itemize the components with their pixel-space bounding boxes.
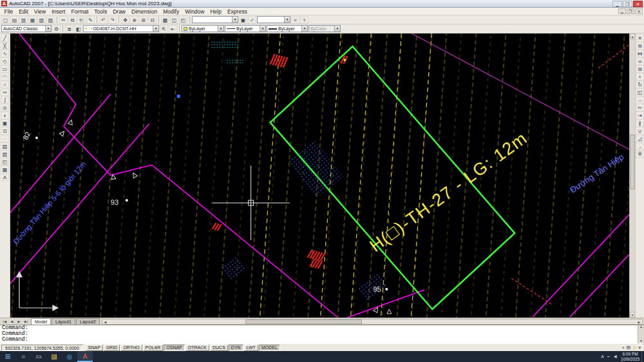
maximize-button[interactable]: ❐: [623, 1, 632, 7]
status-menu-icon[interactable]: ▾: [638, 345, 641, 350]
paste-icon[interactable]: ⎗: [77, 16, 86, 24]
task-view-icon[interactable]: ▭: [31, 351, 46, 362]
command-input[interactable]: Command:: [2, 337, 636, 343]
spline-icon[interactable]: ∫: [1, 96, 9, 104]
menu-dimension[interactable]: Dimension: [129, 8, 160, 15]
dim-style-combo[interactable]: ▼: [257, 16, 290, 23]
markup-icon[interactable]: ✓: [248, 16, 256, 24]
status-osnap-button[interactable]: OSNAP: [164, 345, 185, 351]
title-bar[interactable]: A AutoCAD 2007 - [C:\Users\USER\Desktop\…: [0, 0, 644, 8]
linetype-combo[interactable]: ByLayer ▼: [225, 25, 266, 32]
scroll-down-icon[interactable]: ▼: [630, 312, 635, 318]
minimize-button[interactable]: ‗: [612, 1, 622, 7]
zoom-window-icon[interactable]: ⊞: [139, 16, 147, 24]
stretch-icon[interactable]: ↔: [636, 96, 644, 104]
scroll-left-icon[interactable]: ◀: [102, 319, 108, 324]
doc-restore-button[interactable]: ❐: [627, 8, 634, 14]
color-combo[interactable]: ByLayer ▼: [182, 25, 224, 32]
menu-view[interactable]: View: [31, 8, 48, 15]
menu-edit[interactable]: Edit: [16, 8, 32, 15]
ellipse-arc-icon[interactable]: ◖: [1, 111, 9, 119]
multiline-text-icon[interactable]: A: [1, 173, 9, 181]
array-icon[interactable]: ⊞: [636, 65, 644, 73]
circle-icon[interactable]: ○: [1, 81, 9, 88]
menu-format[interactable]: Format: [68, 8, 91, 15]
tray-expand-icon[interactable]: ∧: [600, 354, 604, 359]
make-block-icon[interactable]: ⊡: [1, 127, 9, 135]
status-otrack-button[interactable]: OTRACK: [185, 345, 209, 351]
plot-preview-icon[interactable]: ▧: [37, 16, 46, 24]
tab-layout1[interactable]: Layout1: [52, 318, 75, 325]
tab-nav-icon[interactable]: ◀: [8, 319, 15, 323]
status-lwt-button[interactable]: LWT: [244, 345, 258, 351]
text-style-combo[interactable]: ▼: [192, 16, 238, 23]
volume-icon[interactable]: ◄: [612, 354, 618, 359]
polygon-icon[interactable]: ◇: [1, 57, 9, 65]
command-scrollbar[interactable]: ▲ ▼: [638, 325, 644, 343]
open-icon[interactable]: ▤: [10, 16, 19, 24]
menu-express[interactable]: Express: [224, 8, 250, 15]
status-dyn-button[interactable]: DYN: [229, 345, 243, 351]
zoom-realtime-icon[interactable]: ⊕: [130, 16, 138, 24]
rotate-icon[interactable]: ↻: [636, 81, 644, 88]
move-icon[interactable]: +: [636, 73, 644, 81]
scroll-up-icon[interactable]: ▲: [630, 33, 635, 39]
tool-palettes-icon[interactable]: ◰: [179, 16, 187, 24]
workspace-settings-icon[interactable]: ⚙: [52, 25, 61, 33]
publish-icon[interactable]: ▨: [46, 16, 55, 24]
file-explorer-icon[interactable]: ▨: [46, 351, 62, 362]
vertical-scrollbar[interactable]: ▲ ▼: [629, 33, 635, 318]
doc-minimize-button[interactable]: ‗: [618, 8, 626, 14]
close-button[interactable]: ✕: [633, 1, 643, 7]
pan-icon[interactable]: ✥: [121, 16, 129, 24]
taskbar-clock[interactable]: 6:09 PM 10/9/2025: [619, 352, 641, 361]
toolbar-lock-icon[interactable]: ▤: [627, 345, 631, 350]
scroll-up-icon[interactable]: ▲: [638, 325, 644, 329]
menu-window[interactable]: Window: [182, 8, 207, 15]
fillet-icon[interactable]: ◞: [636, 142, 644, 150]
save-icon[interactable]: ▥: [19, 16, 28, 24]
menu-tools[interactable]: Tools: [91, 8, 110, 15]
status-model-button[interactable]: MODEL: [259, 345, 280, 351]
status-polar-button[interactable]: POLAR: [143, 345, 164, 351]
drawing-canvas[interactable]: H(□)-TH-27 - LG: 12m Đường Tân Hiệp 5-6 …: [10, 33, 629, 318]
line-icon[interactable]: ╱: [1, 34, 9, 42]
status-grid-button[interactable]: GRID: [104, 345, 120, 351]
tab-nav-icon[interactable]: ▶|: [23, 319, 30, 323]
construction-line-icon[interactable]: ╳: [1, 42, 9, 50]
tab-nav-icon[interactable]: ▶: [15, 319, 23, 323]
workspace-combo[interactable]: AutoCAD Classic ▼: [1, 25, 52, 32]
browser-icon[interactable]: ◎: [62, 351, 77, 362]
offset-icon[interactable]: ≍: [636, 57, 644, 65]
hatch-icon[interactable]: ▨: [1, 142, 9, 150]
copy-icon[interactable]: ⧉: [636, 42, 644, 50]
rectangle-icon[interactable]: ▭: [1, 65, 9, 73]
layer-properties-icon[interactable]: ≣: [65, 25, 73, 33]
properties-icon[interactable]: ▩: [161, 16, 169, 24]
cut-icon[interactable]: ✂: [59, 16, 68, 24]
show-desktop-button[interactable]: [641, 351, 644, 362]
menu-help[interactable]: Help: [207, 8, 224, 15]
point-icon[interactable]: ·: [1, 135, 9, 142]
revision-cloud-icon[interactable]: ∾: [1, 88, 9, 96]
table-icon[interactable]: ▦: [1, 166, 9, 173]
mirror-icon[interactable]: ⋈: [636, 50, 644, 57]
trim-icon[interactable]: ✂: [636, 104, 644, 111]
arc-icon[interactable]: ◠: [1, 73, 9, 81]
status-ducs-button[interactable]: DUCS: [210, 345, 228, 351]
hscroll-thumb[interactable]: [245, 319, 361, 324]
plot-icon[interactable]: ▦: [28, 16, 37, 24]
ellipse-icon[interactable]: ◎: [1, 104, 9, 111]
layer-previous-icon[interactable]: ⇤: [169, 25, 177, 33]
zoom-previous-icon[interactable]: ⊟: [148, 16, 156, 24]
region-icon[interactable]: ◰: [1, 158, 9, 166]
copy-clip-icon[interactable]: ⧉: [68, 16, 77, 24]
sheet-set-icon[interactable]: ▣: [239, 16, 247, 24]
status-ortho-button[interactable]: ORTHO: [120, 345, 142, 351]
annotation-scale-icon[interactable]: ⌖: [622, 345, 625, 350]
match-properties-icon[interactable]: ✎: [86, 16, 95, 24]
redo-icon[interactable]: ↷: [108, 16, 117, 24]
explode-icon[interactable]: ※: [636, 150, 644, 158]
start-button[interactable]: ⊞: [0, 351, 15, 362]
polyline-icon[interactable]: ∿: [1, 50, 9, 57]
